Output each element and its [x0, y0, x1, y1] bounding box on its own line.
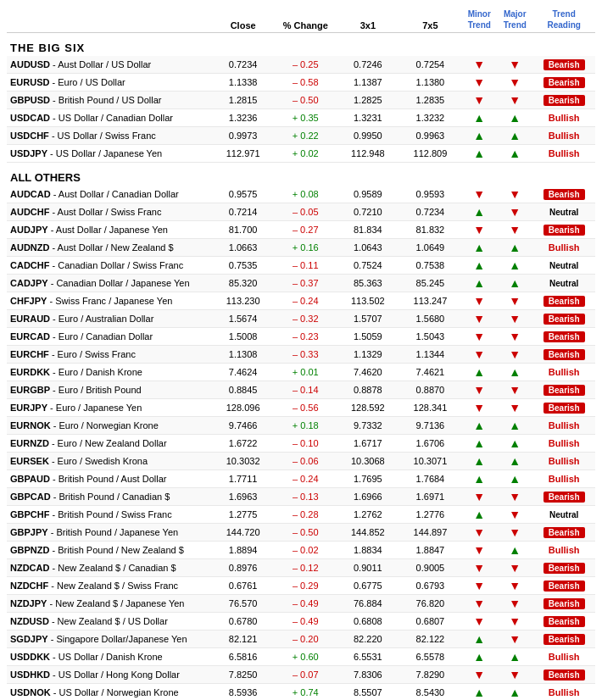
arrow-down-icon: ▼: [473, 525, 485, 539]
reading-badge: Bullish: [549, 242, 580, 253]
pair-name: AUDUSD - Aust Dollar / US Dollar: [7, 56, 212, 74]
pair-code: CADJPY: [10, 278, 48, 288]
x7-value: 0.9005: [399, 559, 462, 577]
trend-reading: Neutral: [532, 257, 595, 275]
reading-badge: Neutral: [544, 260, 583, 271]
change-value: – 0.32: [274, 310, 337, 328]
x7-value: 0.9963: [399, 127, 462, 145]
change-value: – 0.49: [274, 595, 337, 613]
major-trend: ▼: [497, 524, 532, 542]
arrow-up-icon: ▲: [509, 419, 521, 432]
trend-reading: Bullish: [532, 364, 595, 381]
arrow-down-icon: ▼: [509, 579, 521, 592]
pair-name: CADJPY - Canadian Dollar / Japanese Yen: [7, 275, 212, 292]
major-trend: ▼: [497, 328, 532, 346]
major-trend: ▼: [497, 488, 532, 506]
arrow-down-icon: ▼: [509, 597, 521, 610]
arrow-up-icon: ▲: [509, 111, 521, 125]
arrow-up-icon: ▲: [473, 258, 485, 272]
pair-code: CHFJPY: [10, 296, 47, 306]
minor-trend: ▼: [461, 74, 497, 92]
arrow-down-icon: ▼: [473, 294, 485, 308]
arrow-up-icon: ▲: [509, 436, 521, 450]
x3-value: 113.502: [337, 292, 399, 310]
pair-name: NZDCHF - New Zealand $ / Swiss Franc: [7, 577, 212, 595]
col-7x5: 7x5: [399, 7, 462, 33]
close-value: 8.5936: [212, 684, 275, 701]
trend-reading: Bearish: [532, 666, 595, 684]
table-row: EURAUD - Euro / Australian Dollar 1.5674…: [7, 310, 595, 328]
pair-code: USDCHF: [10, 131, 49, 141]
trend-reading: Bearish: [532, 631, 595, 648]
reading-badge: Bullish: [549, 652, 580, 662]
pair-code: NZDUSD: [10, 616, 49, 626]
close-value: 0.8845: [212, 381, 275, 399]
pair-name: AUDCAD - Aust Dollar / Canadian Dollar: [7, 186, 212, 203]
reading-badge: Bullish: [549, 438, 580, 448]
arrow-up-icon: ▲: [509, 147, 521, 160]
x7-value: 1.0649: [399, 239, 462, 257]
trend-reading: Bearish: [532, 292, 595, 310]
pair-code: EURNZD: [10, 438, 49, 448]
reading-badge: Bullish: [549, 545, 580, 555]
table-row: NZDJPY - New Zealand $ / Japanese Yen 76…: [7, 595, 595, 613]
reading-badge: Bearish: [543, 189, 585, 200]
table-row: EURJPY - Euro / Japanese Yen 128.096 – 0…: [7, 399, 595, 417]
minor-trend: ▼: [461, 328, 497, 346]
arrow-up-icon: ▲: [473, 365, 485, 379]
x3-value: 112.948: [337, 145, 399, 163]
pair-name: GBPUSD - British Pound / US Dollar: [7, 92, 212, 109]
close-value: 0.6761: [212, 577, 275, 595]
close-value: 0.7234: [212, 56, 275, 74]
col-3x1: 3x1: [337, 7, 399, 33]
table-row: EURNOK - Euro / Norwegian Krone 9.7466 +…: [7, 417, 595, 435]
pair-code: USDHKD: [10, 669, 50, 680]
pair-code: USDDKK: [10, 652, 50, 662]
change-value: – 0.25: [274, 56, 337, 74]
major-trend: ▲: [497, 470, 532, 488]
close-value: 9.7466: [212, 417, 275, 435]
major-trend: ▼: [497, 666, 532, 684]
x3-value: 7.8306: [337, 666, 399, 684]
table-row: CHFJPY - Swiss Franc / Japanese Yen 113.…: [7, 292, 595, 310]
trend-reading: Bearish: [532, 613, 595, 631]
close-value: 112.971: [212, 145, 275, 163]
major-trend: ▼: [497, 631, 532, 648]
arrow-down-icon: ▼: [509, 312, 521, 325]
x3-value: 1.6966: [337, 488, 399, 506]
major-trend: ▼: [497, 56, 532, 74]
trend-reading: Neutral: [532, 275, 595, 292]
x7-value: 1.6971: [399, 488, 462, 506]
pair-code: NZDCAD: [10, 563, 49, 573]
pair-name: USDCAD - US Dollar / Canadian Dollar: [7, 109, 212, 127]
change-value: – 0.07: [274, 666, 337, 684]
major-trend: ▲: [497, 109, 532, 127]
trend-reading: Bullish: [532, 127, 595, 145]
reading-badge: Bullish: [549, 113, 580, 123]
arrow-down-icon: ▼: [473, 330, 485, 343]
table-row: GBPAUD - British Pound / Aust Dollar 1.7…: [7, 470, 595, 488]
pair-code: NZDCHF: [10, 581, 48, 591]
change-value: – 0.33: [274, 346, 337, 364]
trend-reading: Bullish: [532, 109, 595, 127]
trend-reading: Bearish: [532, 328, 595, 346]
minor-trend: ▼: [461, 577, 497, 595]
arrow-down-icon: ▼: [473, 543, 485, 557]
minor-trend: ▼: [461, 381, 497, 399]
minor-trend: ▼: [461, 186, 497, 203]
x7-value: 6.5578: [399, 648, 462, 666]
reading-badge: Bearish: [543, 598, 585, 609]
reading-badge: Bearish: [543, 77, 585, 88]
x7-value: 85.245: [399, 275, 462, 292]
x7-value: 0.7254: [399, 56, 462, 74]
minor-trend: ▲: [461, 364, 497, 381]
col-minor: MinorTrend: [461, 7, 497, 33]
table-row: USDDKK - US Dollar / Danish Krone 6.5816…: [7, 648, 595, 666]
trend-reading: Bearish: [532, 186, 595, 203]
trend-reading: Bearish: [532, 74, 595, 92]
close-value: 0.7535: [212, 257, 275, 275]
pair-name: CADCHF - Canadian Dollar / Swiss Franc: [7, 257, 212, 275]
arrow-up-icon: ▲: [509, 454, 521, 468]
arrow-down-icon: ▼: [509, 58, 521, 71]
pair-name: EURNOK - Euro / Norwegian Krone: [7, 417, 212, 435]
